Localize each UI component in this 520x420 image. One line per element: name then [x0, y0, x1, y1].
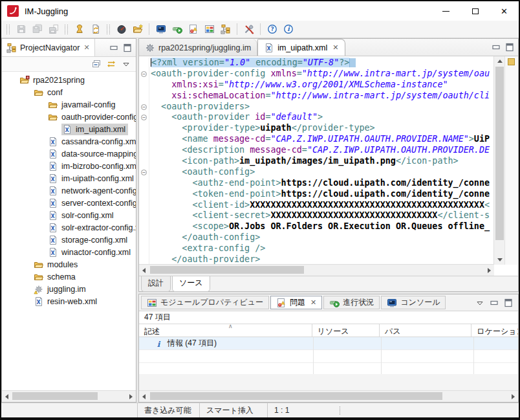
toolbar-project-navigator-view-button[interactable]: [217, 22, 233, 37]
view-menu-icon[interactable]: [121, 59, 131, 69]
tree-item-storage-config-xml[interactable]: Xstorage-config.xml: [2, 234, 136, 246]
scroll-thumb[interactable]: [150, 392, 442, 400]
minimize-view-icon[interactable]: [109, 43, 119, 53]
scroll-thumb[interactable]: [12, 392, 98, 400]
tree-item-rpa2021spring[interactable]: rpa2021spring: [2, 74, 136, 86]
close-icon[interactable]: ✕: [332, 43, 338, 52]
minimize-view-icon[interactable]: [491, 42, 501, 52]
scroll-left-icon[interactable]: [2, 391, 12, 402]
code-line-9[interactable]: <description message-cd="CAP.Z.IWP.UIPAT…: [139, 145, 494, 156]
problems-hscrollbar[interactable]: [139, 390, 518, 402]
scroll-thumb[interactable]: [495, 67, 504, 240]
tree-item-oauth-provider-config[interactable]: oauth-provider-config: [2, 111, 136, 123]
code-line-5[interactable]: − <oauth-providers>: [139, 102, 494, 113]
tree-item-modules[interactable]: modules: [2, 258, 136, 271]
collapse-all-icon[interactable]: [91, 59, 102, 69]
window-maximize-button[interactable]: [460, 1, 490, 21]
toolbar-progress-view-button[interactable]: [169, 22, 185, 37]
column-header-path[interactable]: パス: [380, 324, 471, 337]
tree-item-solr-extractor-config-x[interactable]: Xsolr-extractor-config.x: [2, 221, 136, 234]
close-icon[interactable]: ✕: [310, 298, 316, 307]
tree-item-data-source-mapping-c[interactable]: Xdata-source-mapping-c: [2, 148, 136, 160]
tree-item-im-bizrobo-config-xml[interactable]: Xim-bizrobo-config.xml: [2, 160, 136, 172]
toolbar-save-all-button[interactable]: [29, 22, 45, 37]
fold-marker-icon[interactable]: −: [139, 167, 149, 178]
fold-marker-icon[interactable]: −: [139, 102, 149, 113]
code-line-12[interactable]: <authz-end-point>https://cloud.uipath.co…: [139, 178, 494, 189]
tree-item-solr-config-xml[interactable]: Xsolr-config.xml: [2, 209, 136, 221]
toolbar-problems-view-button[interactable]: [185, 22, 201, 37]
editor-hscrollbar[interactable]: [139, 264, 494, 276]
minimize-view-icon[interactable]: [489, 298, 499, 308]
tree-item-javamail-config[interactable]: javamail-config: [2, 98, 136, 111]
scroll-right-icon[interactable]: [126, 391, 136, 402]
project-tree-hscrollbar[interactable]: [2, 390, 136, 402]
bottom-tab-tab[interactable]: コンソール: [381, 296, 446, 309]
editor-vscrollbar[interactable]: [493, 56, 505, 265]
code-line-16[interactable]: <scope>OR.Jobs OR.Folders OR.Execution O…: [139, 221, 494, 232]
code-line-10[interactable]: <icon-path>im_uipath/images/im_uipath.pn…: [139, 156, 494, 167]
maximize-view-icon[interactable]: [122, 43, 133, 53]
tree-item-im-uipath-xml[interactable]: Xim_uipath.xml: [2, 123, 136, 135]
window-close-button[interactable]: ✕: [490, 1, 519, 21]
toolbar-about-button[interactable]: i: [280, 22, 296, 37]
tree-item-juggling-im[interactable]: juggling.im: [2, 283, 136, 295]
tree-item-server-context-config[interactable]: Xserver-context-config.: [2, 197, 136, 209]
scroll-thumb[interactable]: [150, 266, 304, 274]
toolbar-gauge-button[interactable]: [113, 22, 129, 37]
code-line-2[interactable]: −<oauth-provider-config xmlns="http://ww…: [139, 69, 494, 80]
tree-item-winactor-config-xml[interactable]: Xwinactor-config.xml: [2, 246, 136, 258]
problems-row-info[interactable]: i 情報 (47 項目): [139, 337, 518, 350]
window-minimize-button[interactable]: [431, 1, 460, 21]
tab-source[interactable]: ソース: [172, 276, 210, 292]
bottom-tab-tab[interactable]: モジュールプロパティビュー: [141, 296, 269, 309]
maximize-view-icon[interactable]: [504, 42, 515, 52]
tree-item-cassandra-config-xml[interactable]: Xcassandra-config.xml: [2, 135, 136, 148]
tab-project-navigator[interactable]: ProjectNavigator ✕: [2, 39, 95, 56]
link-with-editor-icon[interactable]: [106, 59, 116, 69]
code-editor[interactable]: <?xml version="1.0" encoding="UTF-8"?>−<…: [139, 56, 518, 276]
code-line-15[interactable]: <client-secret>XXXXXXXXXXXXXXXXXXXXXXXXX…: [139, 210, 494, 221]
toolbar-open-project-button[interactable]: [129, 22, 146, 37]
tree-item-im-uipath-config-xml[interactable]: Xim-uipath-config.xml: [2, 172, 136, 184]
scroll-down-icon[interactable]: [494, 255, 505, 265]
code-line-8[interactable]: <name message-cd="CAP.Z.IWP.UIPATH.OAUTH…: [139, 134, 494, 145]
close-icon[interactable]: ✕: [83, 43, 89, 52]
code-line-18[interactable]: <extra-config />: [139, 243, 494, 254]
toolbar-module-property-view-button[interactable]: [201, 22, 217, 37]
scroll-left-icon[interactable]: [139, 265, 149, 276]
toolbar-help-button[interactable]: ?: [264, 22, 280, 37]
toolbar-save-copy-button[interactable]: [45, 22, 61, 37]
toolbar-save-button[interactable]: [13, 22, 29, 37]
code-line-6[interactable]: − <oauth-provider id="default">: [139, 112, 494, 123]
bottom-tab-tab[interactable]: 問題✕: [270, 296, 322, 309]
tab-design[interactable]: 設計: [141, 276, 171, 292]
editor-tab-im-uipath-xml[interactable]: Xim_uipath.xml✕: [257, 39, 345, 56]
column-header-description[interactable]: 記述: [139, 324, 312, 337]
code-line-13[interactable]: <token-end-point>https://cloud.uipath.co…: [139, 189, 494, 200]
code-line-4[interactable]: xsi:schemaLocation="http://www.intra-mar…: [139, 91, 494, 102]
code-line-17[interactable]: </oauth-config>: [139, 232, 494, 243]
code-line-1[interactable]: <?xml version="1.0" encoding="UTF-8"?>: [139, 58, 494, 69]
toolbar-generate-file-button[interactable]: [87, 22, 103, 37]
fold-marker-icon[interactable]: −: [139, 112, 149, 123]
toolbar-juggle-button[interactable]: [71, 22, 87, 37]
view-menu-icon[interactable]: [475, 298, 485, 308]
fold-marker-icon[interactable]: −: [139, 69, 149, 80]
code-line-14[interactable]: <client-id>XXXXXXXXXXXXXXXXXXXXXXXXXXXXX…: [139, 200, 494, 211]
column-header-location[interactable]: ロケーション: [471, 324, 518, 337]
code-line-3[interactable]: xmlns:xsi="http://www.w3.org/2001/XMLSch…: [139, 80, 494, 91]
maximize-view-icon[interactable]: [503, 298, 514, 308]
scroll-left-icon[interactable]: [139, 391, 149, 402]
tree-item-network-agent-config[interactable]: Xnetwork-agent-config.: [2, 184, 136, 197]
scroll-right-icon[interactable]: [484, 265, 494, 276]
code-line-19[interactable]: </oauth-provider>: [139, 254, 494, 265]
editor-tab-rpa2021spring-juggling-im[interactable]: rpa2021spring/juggling.im: [139, 39, 257, 56]
code-line-7[interactable]: <provider-type>uipath</provider-type>: [139, 123, 494, 134]
code-line-11[interactable]: − <oauth-config>: [139, 167, 494, 178]
scroll-up-icon[interactable]: [494, 56, 505, 66]
tree-item-resin-web-xml[interactable]: Xresin-web.xml: [2, 295, 136, 307]
bottom-tab-tab[interactable]: 進行状況: [323, 296, 380, 309]
tree-item-conf[interactable]: conf: [2, 86, 136, 98]
column-header-resource[interactable]: リソース: [312, 324, 380, 337]
